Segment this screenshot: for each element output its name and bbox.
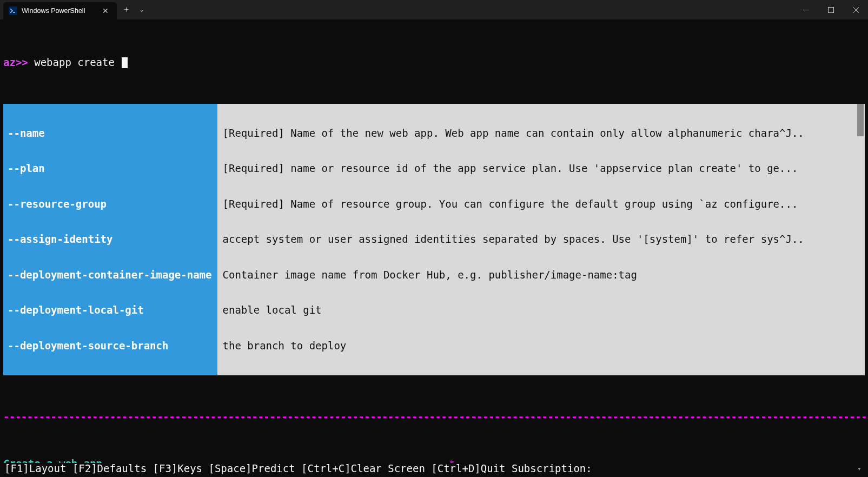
divider-line: ----------------------------------------…	[0, 411, 868, 423]
prompt-line[interactable]: az>> webapp create	[0, 55, 868, 69]
completion-desc: [Required] Name of the new web app. Web …	[217, 128, 857, 140]
svg-rect-2	[828, 7, 833, 12]
completion-desc: the branch to deploy	[217, 340, 857, 352]
minimize-button[interactable]	[793, 0, 818, 19]
completion-desc: enable local git	[217, 304, 857, 316]
completion-scrollbar-thumb[interactable]	[857, 104, 864, 136]
tab-dropdown-button[interactable]: ⌄	[135, 0, 148, 19]
completion-param[interactable]: --deployment-local-git	[3, 304, 214, 316]
prompt-prefix: az>>	[3, 56, 34, 68]
completion-param[interactable]: --deployment-source-branch	[3, 340, 214, 352]
powershell-icon	[9, 6, 17, 15]
maximize-button[interactable]	[818, 0, 843, 19]
tab-powershell[interactable]: Windows PowerShell ✕	[3, 2, 117, 19]
completion-param[interactable]: --assign-identity	[3, 234, 214, 246]
cursor	[122, 57, 128, 68]
completion-popup[interactable]: --name --plan --resource-group --assign-…	[3, 104, 865, 375]
completion-desc: [Required] name or resource id of the ap…	[217, 163, 857, 175]
completion-param[interactable]: --deployment-container-image-name	[3, 269, 214, 281]
completion-param[interactable]: --plan	[3, 163, 214, 175]
completion-param[interactable]: --name	[3, 128, 214, 140]
completion-desc: accept system or user assigned identitie…	[217, 234, 857, 246]
new-tab-button[interactable]: ＋	[117, 0, 135, 19]
completion-param[interactable]: --resource-group	[3, 198, 214, 210]
completion-desc: [Required] Name of resource group. You c…	[217, 198, 857, 210]
completion-desc-column: [Required] Name of the new web app. Web …	[217, 104, 857, 375]
footer-bar: [F1]Layout [F2]Defaults [F3]Keys [Space]…	[0, 463, 868, 477]
completion-desc: Container image name from Docker Hub, e.…	[217, 269, 857, 281]
terminal-area[interactable]: az>> webapp create --name --plan --resou…	[0, 19, 868, 477]
window-titlebar: Windows PowerShell ✕ ＋ ⌄	[0, 0, 868, 19]
close-button[interactable]	[843, 0, 868, 19]
tab-close-button[interactable]: ✕	[101, 6, 110, 16]
command-input[interactable]: webapp create	[34, 56, 121, 68]
window-controls	[793, 0, 868, 19]
scroll-down-icon[interactable]: ▾	[855, 465, 864, 473]
footer-text: [F1]Layout [F2]Defaults [F3]Keys [Space]…	[4, 463, 592, 475]
tab-title: Windows PowerShell	[22, 7, 85, 15]
completion-scrollbar[interactable]	[856, 104, 865, 375]
completion-params-column[interactable]: --name --plan --resource-group --assign-…	[3, 104, 217, 375]
